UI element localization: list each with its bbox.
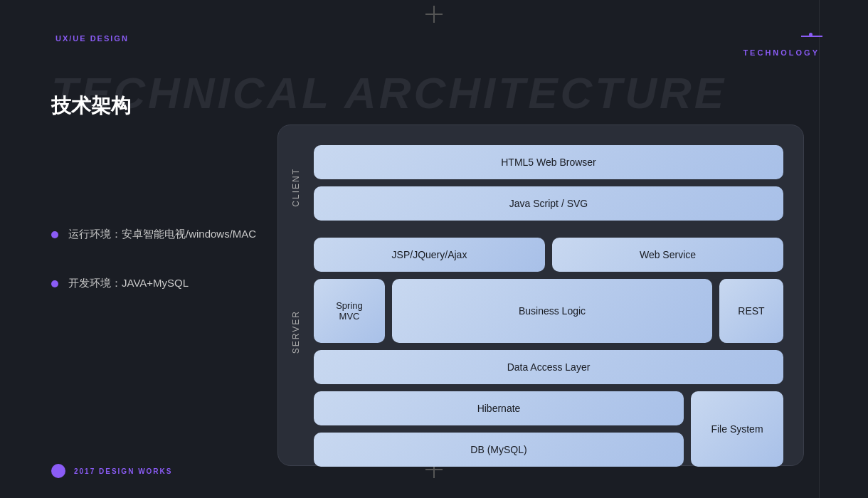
filesystem-box: File System bbox=[691, 391, 783, 467]
top-right-line bbox=[801, 36, 822, 37]
spring-label: Spring MVC bbox=[336, 300, 363, 322]
javascript-box: Java Script / SVG bbox=[314, 186, 783, 221]
filesystem-group: File System bbox=[691, 391, 783, 467]
db-box: DB (MySQL) bbox=[314, 433, 684, 467]
top-left-label: UX/UE DESIGN bbox=[55, 34, 129, 43]
jsp-box: JSP/JQuery/Ajax bbox=[314, 238, 545, 272]
bullet-text-1: 运行环境：安卓智能电视/windows/MAC bbox=[68, 228, 256, 241]
footer-label: 2017 DESIGN WORKS bbox=[74, 467, 172, 475]
list-item: 运行环境：安卓智能电视/windows/MAC bbox=[51, 228, 256, 241]
top-right-label: TECHNOLOGY bbox=[743, 48, 820, 57]
data-access-row: Data Access Layer bbox=[314, 350, 783, 384]
hibernate-box: Hibernate bbox=[314, 391, 684, 425]
rest-box: REST bbox=[719, 279, 783, 343]
hibernate-db-group: Hibernate DB (MySQL) bbox=[314, 391, 684, 467]
client-side-label: Client bbox=[291, 168, 301, 207]
right-vertical-line bbox=[819, 0, 820, 498]
bottom-section: Hibernate DB (MySQL) File System bbox=[314, 391, 783, 467]
data-access-box: Data Access Layer bbox=[314, 350, 783, 384]
html5-box: HTML5 Web Browser bbox=[314, 145, 783, 179]
architecture-diagram: Client Server HTML5 Web Browser Java Scr… bbox=[277, 124, 804, 466]
list-item: 开发环境：JAVA+MySQL bbox=[51, 277, 256, 290]
footer-icon bbox=[51, 464, 65, 478]
server-side-label: Server bbox=[291, 310, 301, 354]
title-background-text: TECHNICAL ARCHITECTURE bbox=[51, 68, 726, 118]
html5-row: HTML5 Web Browser bbox=[314, 145, 783, 179]
page-title: 技术架构 bbox=[51, 92, 131, 120]
webservice-box: Web Service bbox=[552, 238, 783, 272]
javascript-row: Java Script / SVG bbox=[314, 186, 783, 221]
jsp-webservice-row: JSP/JQuery/Ajax Web Service bbox=[314, 238, 783, 272]
bullet-text-2: 开发环境：JAVA+MySQL bbox=[68, 277, 189, 290]
bullet-list: 运行环境：安卓智能电视/windows/MAC 开发环境：JAVA+MySQL bbox=[51, 228, 256, 326]
footer: 2017 DESIGN WORKS bbox=[51, 464, 172, 478]
bullet-icon bbox=[51, 280, 58, 287]
business-box: Business Logic bbox=[392, 279, 712, 343]
spring-business-rest-row: Spring MVC Business Logic REST bbox=[314, 279, 783, 343]
bullet-icon bbox=[51, 231, 58, 238]
spring-box: Spring MVC bbox=[314, 279, 385, 343]
